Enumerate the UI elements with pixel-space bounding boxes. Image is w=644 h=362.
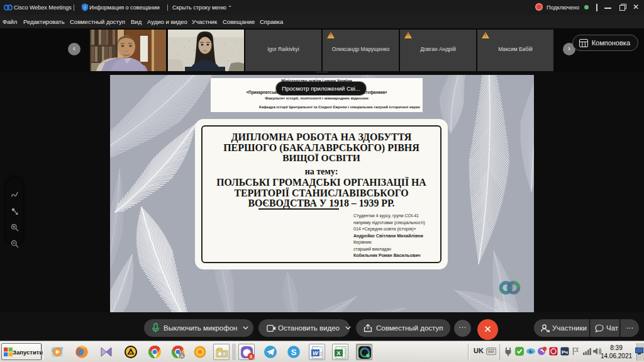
svg-text:i: i bbox=[84, 4, 86, 10]
svg-text:3: 3 bbox=[250, 354, 253, 359]
svg-text:S: S bbox=[291, 348, 297, 357]
svg-text:W: W bbox=[313, 349, 319, 356]
svg-text:Рч: Рч bbox=[562, 349, 568, 355]
svg-text:A: A bbox=[180, 354, 184, 358]
svg-text:X: X bbox=[336, 349, 341, 356]
